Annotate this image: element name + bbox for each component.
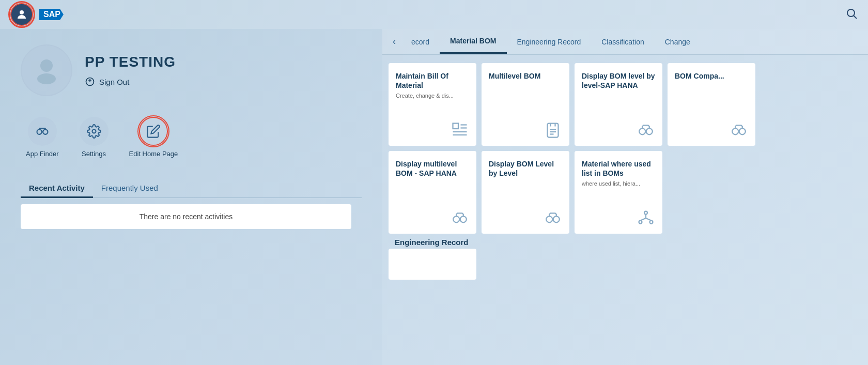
svg-point-37	[553, 216, 560, 222]
edit-home-page-label: Edit Home Page	[129, 150, 178, 159]
user-avatar-button[interactable]	[10, 3, 33, 26]
tile-icon-display-multilevel-bom-sap	[396, 209, 469, 227]
tile-display-multilevel-bom-sap[interactable]: Display multilevel BOM - SAP HANA	[389, 151, 476, 234]
svg-line-43	[641, 218, 646, 221]
svg-point-31	[739, 128, 746, 134]
svg-point-3	[40, 59, 53, 72]
svg-rect-21	[548, 124, 559, 138]
app-header: SAP	[0, 0, 868, 29]
svg-line-2	[854, 16, 857, 19]
svg-point-33	[453, 216, 459, 222]
binoculars-icon-4	[451, 209, 469, 227]
main-content: PP TESTING Sign Out	[0, 29, 868, 365]
nav-tabs: ‹ ecord Material BOM Engineering Record …	[382, 29, 868, 55]
tile-material-where-used[interactable]: Material where used list in BOMs where u…	[575, 151, 662, 234]
settings-button[interactable]: Settings	[80, 117, 109, 159]
profile-section: PP TESTING Sign Out	[21, 39, 362, 96]
svg-point-34	[460, 216, 467, 222]
binoculars-icon	[35, 124, 50, 139]
sign-out-label: Sign Out	[99, 78, 129, 86]
tile-multilevel-bom[interactable]: Multilevel BOM	[482, 63, 569, 146]
gear-icon	[87, 124, 101, 139]
nav-tab-material-bom[interactable]: Material BOM	[440, 29, 506, 54]
sap-logo-text: SAP	[39, 9, 64, 20]
svg-point-39	[644, 211, 647, 215]
svg-point-0	[20, 10, 24, 14]
svg-point-1	[847, 9, 855, 17]
tile-content: BOM Compa...	[675, 71, 748, 81]
settings-icon-container	[80, 117, 109, 146]
search-icon	[845, 7, 858, 20]
svg-point-15	[92, 130, 96, 133]
nav-back-button[interactable]: ‹	[388, 29, 401, 54]
svg-point-41	[650, 221, 653, 224]
tile-content: Display multilevel BOM - SAP HANA	[396, 159, 469, 178]
tile-maintain-bom[interactable]: Maintain Bill Of Material Create, change…	[389, 63, 476, 146]
tab-recent-activity[interactable]: Recent Activity	[21, 179, 93, 197]
tiles-grid: Maintain Bill Of Material Create, change…	[389, 63, 862, 234]
tile-display-bom-level-sap[interactable]: Display BOM level by level-SAP HANA	[575, 63, 662, 146]
svg-rect-16	[453, 124, 459, 129]
tile-icon-multilevel-bom	[489, 121, 562, 140]
network-icon	[637, 209, 655, 227]
binoculars-icon-2	[637, 121, 655, 140]
svg-point-27	[639, 128, 645, 134]
profile-name: PP TESTING	[85, 54, 176, 70]
no-activities-message: There are no recent activities	[21, 204, 351, 229]
tile-icon-material-where-used	[582, 209, 655, 227]
tile-engineering-partial[interactable]	[389, 249, 476, 280]
avatar-icon	[31, 55, 62, 86]
edit-home-page-icon-container	[139, 117, 168, 146]
section-heading-engineering: Engineering Record	[389, 234, 862, 249]
svg-line-44	[646, 218, 652, 221]
activity-tabs: Recent Activity Frequently Used	[21, 179, 362, 198]
tile-display-bom-level-by-level[interactable]: Display BOM Level by Level	[482, 151, 569, 234]
app-finder-label: App Finder	[26, 150, 59, 159]
svg-point-4	[37, 73, 56, 84]
clipboard-list-icon	[544, 121, 562, 140]
tile-icon-display-bom-level-sap	[582, 121, 655, 140]
nav-tab-engineering-record[interactable]: Engineering Record	[507, 31, 592, 53]
list-detail-icon	[451, 121, 469, 140]
tile-content: Display BOM Level by Level	[489, 159, 562, 178]
tab-frequently-used[interactable]: Frequently Used	[93, 179, 166, 197]
tile-content: Maintain Bill Of Material Create, change…	[396, 71, 469, 100]
tile-bom-comparison[interactable]: BOM Compa...	[668, 63, 755, 146]
avatar	[21, 44, 72, 96]
svg-point-36	[546, 216, 552, 222]
tile-content: Display BOM level by level-SAP HANA	[582, 71, 655, 90]
settings-label: Settings	[82, 150, 106, 159]
svg-point-40	[639, 221, 642, 224]
tile-icon-bom-comparison	[675, 121, 748, 140]
edit-home-page-button[interactable]: Edit Home Page	[129, 117, 178, 159]
action-buttons: App Finder Settings	[21, 117, 362, 159]
tiles-container: Maintain Bill Of Material Create, change…	[382, 55, 868, 365]
left-panel: PP TESTING Sign Out	[0, 29, 382, 365]
nav-tab-change[interactable]: Change	[655, 31, 701, 53]
sign-out-icon	[85, 77, 95, 87]
svg-point-28	[646, 128, 653, 134]
right-panel: ‹ ecord Material BOM Engineering Record …	[382, 29, 868, 365]
tile-content: Material where used list in BOMs where u…	[582, 159, 655, 188]
sign-out-button[interactable]: Sign Out	[85, 77, 176, 87]
search-button[interactable]	[845, 7, 858, 22]
tile-icon-maintain-bom	[396, 121, 469, 140]
svg-point-30	[732, 128, 738, 134]
binoculars-icon-5	[544, 209, 562, 227]
svg-point-9	[37, 130, 41, 134]
tabs-row: Recent Activity Frequently Used	[21, 179, 362, 198]
app-finder-icon-container	[28, 117, 57, 146]
sap-logo: SAP	[37, 9, 64, 20]
nav-tab-record[interactable]: ecord	[401, 31, 440, 53]
user-icon	[16, 8, 28, 21]
header-left: SAP	[10, 3, 64, 26]
profile-info: PP TESTING Sign Out	[85, 54, 176, 87]
binoculars-icon-3	[730, 121, 748, 140]
svg-point-10	[43, 130, 48, 134]
app-finder-button[interactable]: App Finder	[26, 117, 59, 159]
tile-icon-display-bom-level-by-level	[489, 209, 562, 227]
pencil-icon	[146, 124, 161, 139]
nav-tab-classification[interactable]: Classification	[591, 31, 654, 53]
tile-content: Multilevel BOM	[489, 71, 562, 83]
